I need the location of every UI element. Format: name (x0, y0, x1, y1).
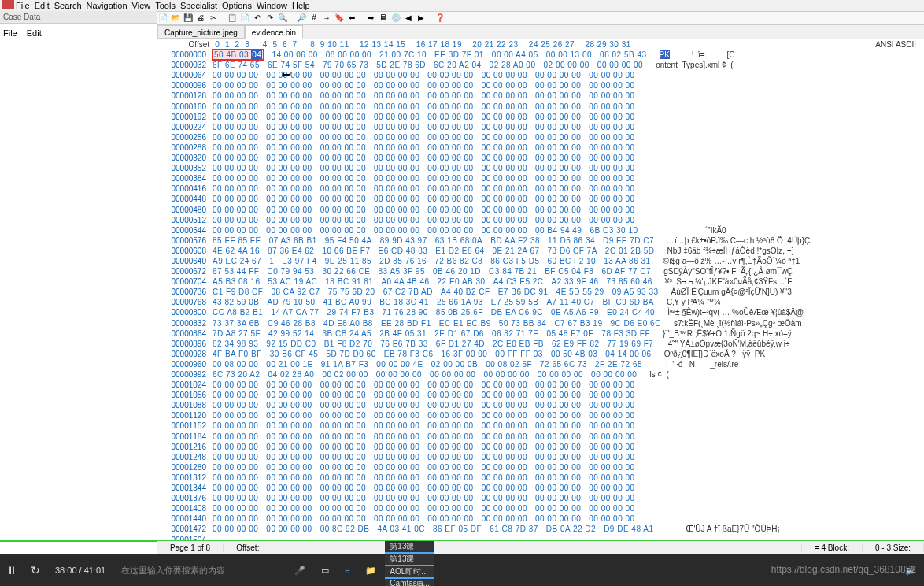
status-page: Page 1 of 8 (157, 543, 224, 552)
hex-row[interactable]: 00000800CC A8 B2 B114 A7 CA 7729 74 F7 B… (157, 307, 924, 317)
taskbar-app[interactable]: AOL即时... (385, 566, 434, 579)
hex-row[interactable]: 0000057685 EF 85 FE07 A3 6B B195 F4 50 4… (157, 236, 924, 246)
nav-left-icon[interactable]: ◀ (403, 13, 414, 24)
hex-row[interactable]: 0000108800 00 00 0000 00 00 0000 00 00 0… (157, 400, 924, 410)
nav-right-icon[interactable]: ▶ (416, 13, 427, 24)
search-input[interactable]: 在这里输入你要搜索的内容 (113, 554, 286, 586)
hex-row[interactable]: 0000083273 37 3A 6BC9 46 28 B84D E8 A0 B… (157, 318, 924, 328)
hex-row[interactable]: 0000140800 00 00 0000 00 00 0000 00 00 0… (157, 503, 924, 514)
hex-row[interactable]: 0000028800 00 00 0000 00 00 0000 00 00 0… (157, 143, 924, 153)
hex-row[interactable]: 000008647D A8 27 5F42 99 52 143B CB 24 A… (157, 328, 924, 339)
menubar: FileEditSearchNavigationViewToolsSpecial… (0, 0, 924, 11)
hex-row[interactable]: 0000016000 00 00 0000 00 00 0000 00 00 0… (157, 102, 924, 112)
menu-tools[interactable]: Tools (155, 1, 176, 10)
hex-row[interactable]: 0000131200 00 00 0000 00 00 0000 00 00 0… (157, 473, 924, 483)
forward-icon[interactable]: ➡ (365, 13, 376, 24)
menu-options[interactable]: Options (222, 1, 252, 10)
hex-row[interactable]: 000000326F 6E 74 656E 74 5F 5479 70 65 7… (157, 60, 924, 70)
hex-row[interactable]: 0000041600 00 00 0000 00 00 0000 00 00 0… (157, 184, 924, 194)
hex-row[interactable]: 000009926C 73 20 A204 02 28 A000 02 00 0… (157, 369, 924, 380)
file-icon[interactable]: 📄 (157, 13, 168, 24)
menu-help[interactable]: Help (292, 1, 310, 10)
explorer-icon[interactable]: 📁 (357, 554, 384, 586)
hex-row[interactable]: 0000076843 82 59 0BAD 79 10 5041 BC A0 9… (157, 297, 924, 307)
find-icon[interactable]: 🔎 (296, 13, 307, 24)
copy-icon[interactable]: 📋 (227, 13, 238, 24)
hex-row[interactable]: 0000025600 00 00 0000 00 00 0000 00 00 0… (157, 132, 924, 143)
hex-row[interactable]: 00001504 (157, 535, 924, 541)
hex-row[interactable]: 0000006400 00 00 0000 00 00 0000 00 00 0… (157, 70, 924, 80)
hex-row[interactable]: 0000032000 00 00 0000 00 00 0000 00 00 0… (157, 153, 924, 163)
hex-row[interactable]: 0000000050 4B 03 0414 00 06 0008 00 00 0… (157, 50, 924, 60)
hex-row[interactable]: 0000089682 34 98 9392 15 DD C0B1 F8 D2 7… (157, 339, 924, 349)
hex-row[interactable]: 000006084E 62 4A 1687 36 E4 6210 66 BE F… (157, 246, 924, 256)
hex-row[interactable]: 000009284F BA F0 BF30 B6 CF 455D 7D D0 6… (157, 349, 924, 359)
hex-row[interactable]: 0000147200 00 00 0000 00 00 0000 8C 92 D… (157, 524, 924, 534)
search-icon[interactable]: 🔍 (277, 13, 288, 24)
hex-row[interactable]: 0000144000 00 00 0000 00 00 0000 00 00 0… (157, 514, 924, 524)
pause-icon[interactable]: ⏸ (0, 564, 24, 577)
hex-row[interactable]: 0000022400 00 00 0000 00 00 0000 00 00 0… (157, 122, 924, 132)
paste-icon[interactable]: 📄 (239, 13, 250, 24)
hex-icon[interactable]: # (309, 13, 320, 24)
goto-icon[interactable]: → (321, 13, 332, 24)
redo-icon[interactable]: ↷ (264, 13, 275, 24)
back-icon[interactable]: ⬅ (346, 13, 357, 24)
menu-search[interactable]: Search (54, 1, 82, 10)
side-file-menu[interactable]: File (3, 28, 17, 38)
hex-row[interactable]: 0000009600 00 00 0000 00 00 0000 00 00 0… (157, 80, 924, 91)
hex-row[interactable]: 0000137600 00 00 0000 00 00 0000 00 00 0… (157, 493, 924, 503)
taskbar-app[interactable]: 第13课 (385, 554, 434, 566)
hex-row[interactable]: 0000054400 00 00 0000 00 00 0000 00 00 0… (157, 225, 924, 236)
undo-icon[interactable]: ↶ (252, 13, 263, 24)
hex-row[interactable]: 0000067267 53 44 FFC0 79 94 5330 22 66 C… (157, 266, 924, 276)
cut-icon[interactable]: ✂ (208, 13, 219, 24)
tab-capture_picture-jpeg[interactable]: Capture_picture.jpeg (157, 25, 245, 39)
hex-row[interactable]: 00000704A5 B3 08 1653 AC 19 AC18 BC 91 8… (157, 276, 924, 287)
task-view-icon[interactable]: ▭ (313, 554, 337, 586)
menu-file[interactable]: File (16, 1, 30, 10)
hex-row[interactable]: 0000124800 00 00 0000 00 00 0000 00 00 0… (157, 452, 924, 462)
hex-row[interactable]: 0000118400 00 00 0000 00 00 0000 00 00 0… (157, 432, 924, 442)
taskbar-app[interactable]: 第13课 (385, 541, 434, 554)
hex-row[interactable]: 00000640A9 EC 24 671F E3 97 F49E 25 11 8… (157, 256, 924, 266)
hex-row[interactable]: 0000035200 00 00 0000 00 00 0000 00 00 0… (157, 163, 924, 173)
replay-icon[interactable]: ↻ (24, 564, 47, 577)
menu-navigation[interactable]: Navigation (87, 1, 128, 10)
hex-row[interactable]: 0000051200 00 00 0000 00 00 0000 00 00 0… (157, 215, 924, 225)
side-edit-menu[interactable]: Edit (27, 28, 42, 38)
status-offset: Offset: 3 (224, 543, 802, 552)
menu-specialist[interactable]: Specialist (180, 1, 217, 10)
menu-edit[interactable]: Edit (35, 1, 50, 10)
hex-row[interactable]: 0000019200 00 00 0000 00 00 0000 00 00 0… (157, 112, 924, 122)
bookmark-icon[interactable]: 🔖 (334, 13, 345, 24)
hex-row[interactable]: 0000115200 00 00 0000 00 00 0000 00 00 0… (157, 421, 924, 431)
print-icon[interactable]: 🖨 (195, 13, 206, 24)
help-icon[interactable]: ❓ (434, 13, 445, 24)
mic-icon[interactable]: 🎤 (286, 554, 313, 586)
tab-evidence-bin[interactable]: evidence.bin (245, 25, 303, 39)
menu-view[interactable]: View (132, 1, 151, 10)
calc-icon[interactable]: 🖩 (378, 13, 389, 24)
taskbar-app[interactable]: Camtasia... (385, 579, 434, 586)
open-icon[interactable]: 📂 (170, 13, 181, 24)
edge-icon[interactable]: e (337, 554, 357, 586)
hex-row[interactable]: 0000096000 08 00 0000 21 00 1E91 1A B7 F… (157, 359, 924, 369)
hex-row[interactable]: 0000105600 00 00 0000 00 00 0000 00 00 0… (157, 390, 924, 400)
hex-row[interactable]: 0000038400 00 00 0000 00 00 0000 00 00 0… (157, 173, 924, 184)
hex-row[interactable]: 0000048000 00 00 0000 00 00 0000 00 00 0… (157, 205, 924, 215)
hex-row[interactable]: 0000102400 00 00 0000 00 00 0000 00 00 0… (157, 380, 924, 390)
hex-view[interactable]: ⮨ Offset 0 1 2 3 4 5 6 7 8 9 10 11 12 13… (157, 39, 924, 540)
hex-row[interactable]: 0000128000 00 00 0000 00 00 0000 00 00 0… (157, 462, 924, 473)
disk-icon[interactable]: 💿 (390, 13, 401, 24)
hex-row[interactable]: 0000121600 00 00 0000 00 00 0000 00 00 0… (157, 442, 924, 452)
save-icon[interactable]: 💾 (183, 13, 194, 24)
hex-row[interactable]: 00000736C1 F9 D8 CF08 CA 92 C775 75 6D 2… (157, 287, 924, 297)
status-block: = 4 Block: (802, 543, 863, 552)
menu-window[interactable]: Window (257, 1, 287, 10)
file-tabs: Capture_picture.jpegevidence.bin (157, 25, 924, 39)
hex-row[interactable]: 0000044800 00 00 0000 00 00 0000 00 00 0… (157, 194, 924, 204)
hex-row[interactable]: 0000012800 00 00 0000 00 00 0000 00 00 0… (157, 91, 924, 101)
hex-row[interactable]: 0000112000 00 00 0000 00 00 0000 00 00 0… (157, 410, 924, 421)
hex-row[interactable]: 0000134400 00 00 0000 00 00 0000 00 00 0… (157, 483, 924, 493)
